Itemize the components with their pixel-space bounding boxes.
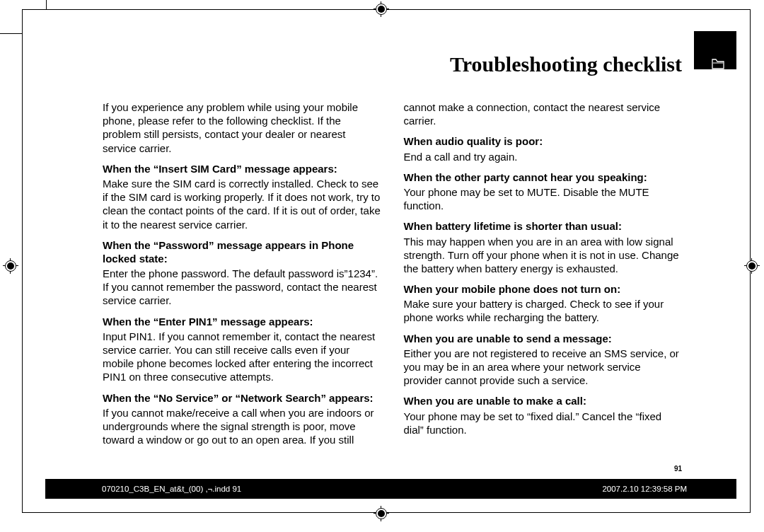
section-title: When the “Enter PIN1” message appears: bbox=[103, 315, 381, 328]
section-body: Make sure the SIM card is correctly inst… bbox=[103, 177, 381, 231]
crop-mark-h bbox=[0, 33, 22, 34]
crop-mark-v bbox=[46, 0, 47, 9]
page-number: 91 bbox=[674, 465, 682, 473]
intro-paragraph: If you experience any problem while usin… bbox=[103, 100, 381, 155]
section-title: When audio quality is poor: bbox=[404, 134, 683, 148]
footer-right: 2007.2.10 12:39:58 PM bbox=[602, 485, 687, 493]
section-title: When you are unable to send a message: bbox=[404, 332, 683, 345]
body-content: If you experience any problem while usin… bbox=[103, 100, 682, 458]
section-title: When your mobile phone does not turn on: bbox=[404, 282, 683, 296]
section-body: Make sure your battery is charged. Check… bbox=[404, 297, 683, 324]
registration-mark-icon bbox=[3, 258, 18, 274]
section-body: This may happen when you are in an area … bbox=[404, 235, 683, 276]
section-body: End a call and try again. bbox=[404, 150, 683, 163]
section-title: When you are unable to make a call: bbox=[404, 394, 683, 407]
footer-left: 070210_C3B_EN_at&t_(00) ,¬.indd 91 bbox=[102, 485, 241, 493]
section-body: Enter the phone password. The default pa… bbox=[103, 267, 381, 308]
section-title: When the other party cannot hear you spe… bbox=[404, 170, 683, 184]
section-body: Your phone may be set to MUTE. Disable t… bbox=[404, 185, 683, 212]
footer-bar: 070210_C3B_EN_at&t_(00) ,¬.indd 91 2007.… bbox=[45, 479, 736, 499]
section-body: Either you are not registered to receive… bbox=[404, 347, 683, 388]
section-body: Your phone may be set to “fixed dial.” C… bbox=[404, 410, 683, 436]
registration-mark-icon bbox=[374, 506, 389, 521]
section-title: When the “Password” message appears in P… bbox=[103, 238, 381, 265]
section-title: When the “Insert SIM Card” message appea… bbox=[103, 162, 381, 175]
section-title: When the “No Service” or “Network Search… bbox=[103, 391, 381, 405]
chapter-title: Troubleshooting checklist bbox=[450, 52, 682, 76]
section-title: When battery lifetime is shorter than us… bbox=[404, 219, 683, 233]
registration-mark-icon bbox=[374, 1, 389, 17]
tab-folder-icon bbox=[712, 59, 724, 69]
section-body: Input PIN1. If you cannot remember it, c… bbox=[103, 330, 381, 384]
registration-mark-icon bbox=[744, 258, 760, 274]
page-frame: Troubleshooting checklist If you experie… bbox=[22, 9, 751, 513]
